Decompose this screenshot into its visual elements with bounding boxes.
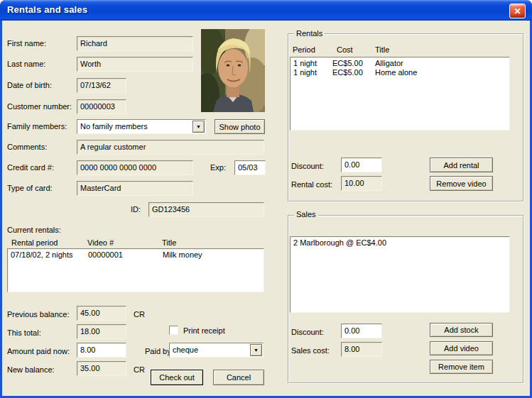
card-type-field: MasterCard	[77, 181, 193, 196]
add-video-button[interactable]: Add video	[430, 341, 493, 355]
rental-cost: EC$5.00	[332, 59, 375, 68]
customer-number-field: 00000003	[77, 99, 126, 114]
new-balance-field: 35.00	[77, 361, 126, 376]
date-of-birth-field: 07/13/62	[77, 78, 126, 93]
comments-label: Comments:	[7, 143, 47, 151]
rental-period: 1 night	[293, 68, 332, 77]
rentals-discount-field[interactable]: 0.00	[341, 157, 382, 172]
rental-title: Home alone	[375, 68, 509, 77]
family-members-value: No family members	[80, 122, 148, 131]
customer-number-label: Customer number:	[7, 102, 72, 111]
rentals-and-sales-window: Rentals and sales ✕	[0, 0, 532, 398]
this-total-label: This total:	[7, 328, 41, 337]
id-label: ID:	[131, 205, 141, 214]
credit-card-field: 0000 0000 0000 0000	[77, 160, 193, 175]
paid-by-value: cheque	[173, 346, 198, 354]
current-rentals-header-title: Title	[162, 238, 176, 247]
current-rental-title: Milk money	[163, 250, 264, 260]
current-rental-period: 07/18/02, 2 nights	[11, 250, 88, 260]
close-button[interactable]: ✕	[509, 4, 526, 18]
new-balance-cr: CR	[134, 365, 145, 374]
rental-cost: EC$5.00	[332, 68, 375, 77]
sales-discount-field[interactable]: 0.00	[341, 324, 382, 338]
sale-item-row[interactable]: 2 Marlborough @ EC$4.00	[291, 238, 509, 248]
amount-paid-label: Amount paid now:	[7, 347, 70, 355]
sales-discount-label: Discount:	[291, 328, 324, 336]
dialog-body: First name: Richard Last name: Worth Dat…	[2, 21, 530, 396]
family-members-label: Family members:	[7, 122, 67, 131]
current-rental-video-number: 00000001	[88, 250, 163, 260]
rentals-list[interactable]: 1 night EC$5.00 Alligator 1 night EC$5.0…	[290, 57, 510, 131]
sales-group-label: Sales	[294, 210, 318, 219]
current-rental-row[interactable]: 07/18/02, 2 nights 00000001 Milk money	[8, 250, 264, 260]
family-members-dropdown-button[interactable]: ▼	[192, 121, 205, 133]
sales-list[interactable]: 2 Marlborough @ EC$4.00	[290, 236, 510, 313]
this-total-field: 18.00	[77, 324, 126, 339]
customer-photo	[201, 29, 265, 112]
rental-cost-field: 10.00	[341, 176, 382, 191]
dropdown-arrow-icon: ▼	[254, 348, 259, 353]
previous-balance-label: Previous balance:	[7, 310, 69, 319]
sale-item-text: 2 Marlborough @ EC$4.00	[293, 238, 386, 248]
check-out-button[interactable]: Check out	[151, 370, 203, 385]
cancel-button[interactable]: Cancel	[213, 370, 264, 385]
comments-field: A regular customer	[77, 140, 264, 155]
add-stock-button[interactable]: Add stock	[430, 323, 493, 337]
date-of-birth-label: Date of birth:	[7, 81, 52, 89]
sales-cost-field: 8.00	[341, 342, 382, 357]
last-name-label: Last name:	[7, 60, 45, 68]
paid-by-combobox[interactable]: cheque ▼	[169, 343, 264, 358]
exp-label: Exp:	[210, 163, 226, 172]
first-name-label: First name:	[7, 39, 46, 48]
rental-row[interactable]: 1 night EC$5.00 Home alone	[291, 68, 509, 77]
add-rental-button[interactable]: Add rental	[430, 157, 493, 172]
current-rentals-list[interactable]: 07/18/02, 2 nights 00000001 Milk money	[7, 248, 264, 292]
amount-paid-field[interactable]: 8.00	[77, 343, 126, 358]
current-rentals-header-video: Video #	[87, 238, 114, 247]
rental-cost-label: Rental cost:	[291, 180, 332, 189]
previous-balance-field: 45.00	[77, 306, 126, 321]
family-members-combobox[interactable]: No family members ▼	[77, 119, 206, 134]
remove-item-button[interactable]: Remove item	[430, 360, 493, 374]
close-icon: ✕	[514, 6, 521, 16]
print-receipt-checkbox[interactable]	[169, 326, 178, 335]
rentals-header-title: Title	[375, 45, 389, 54]
dropdown-arrow-icon: ▼	[196, 124, 201, 129]
card-type-label: Type of card:	[7, 184, 53, 192]
sales-cost-label: Sales cost:	[291, 346, 330, 355]
rentals-group-label: Rentals	[294, 29, 325, 38]
paid-by-dropdown-button[interactable]: ▼	[250, 344, 262, 356]
first-name-field: Richard	[77, 36, 193, 51]
previous-balance-cr: CR	[134, 310, 145, 319]
rental-row[interactable]: 1 night EC$5.00 Alligator	[291, 59, 509, 68]
rentals-discount-label: Discount:	[291, 162, 324, 170]
exp-field[interactable]: 05/03	[234, 160, 266, 175]
last-name-field: Worth	[77, 57, 193, 72]
show-photo-button[interactable]: Show photo	[215, 119, 265, 134]
print-receipt-label: Print receipt	[183, 326, 225, 335]
rental-title: Alligator	[375, 59, 509, 68]
current-rentals-label: Current rentals:	[7, 226, 61, 234]
rentals-header-cost: Cost	[337, 45, 353, 54]
remove-video-button[interactable]: Remove video	[430, 176, 493, 191]
titlebar[interactable]: Rentals and sales ✕	[0, 0, 532, 21]
id-field: GD123456	[148, 202, 264, 217]
current-rentals-header-period: Rental period	[11, 238, 58, 247]
rental-period: 1 night	[293, 59, 332, 68]
new-balance-label: New balance:	[7, 365, 55, 374]
rentals-header-period: Period	[293, 45, 315, 54]
credit-card-label: Credit card #:	[7, 163, 54, 172]
window-title: Rentals and sales	[7, 4, 87, 15]
